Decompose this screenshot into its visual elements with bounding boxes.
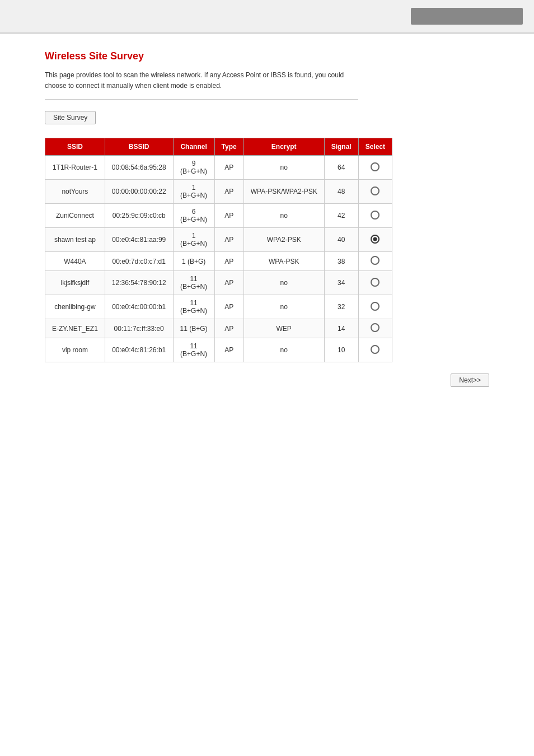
cell-encrypt: WEP xyxy=(243,319,324,338)
cell-signal: 48 xyxy=(324,180,358,204)
cell-signal: 32 xyxy=(324,295,358,319)
cell-type: AP xyxy=(214,156,243,180)
cell-ssid: chenlibing-gw xyxy=(45,295,105,319)
radio-unselected-icon xyxy=(371,302,380,311)
cell-type: AP xyxy=(214,204,243,228)
page-title: Wireless Site Survey xyxy=(45,50,489,62)
cell-ssid: lkjslfksjdlf xyxy=(45,271,105,295)
cell-type: AP xyxy=(214,180,243,204)
cell-signal: 34 xyxy=(324,271,358,295)
svg-point-5 xyxy=(371,256,379,264)
cell-encrypt: no xyxy=(243,204,324,228)
cell-type: AP xyxy=(214,319,243,338)
svg-point-7 xyxy=(371,302,379,310)
cell-select[interactable] xyxy=(358,319,392,338)
radio-unselected-icon xyxy=(371,345,380,354)
cell-select[interactable] xyxy=(358,271,392,295)
cell-signal: 42 xyxy=(324,204,358,228)
cell-type: AP xyxy=(214,338,243,362)
radio-unselected-icon xyxy=(371,323,380,332)
cell-type: AP xyxy=(214,252,243,271)
cell-bssid: 00:00:00:00:00:22 xyxy=(105,180,173,204)
table-body: 1T1R-Router-100:08:54:6a:95:289 (B+G+N)A… xyxy=(45,156,392,362)
network-table-container: SSID BSSID Channel Type Encrypt Signal S… xyxy=(45,138,489,387)
cell-channel: 6 (B+G+N) xyxy=(173,204,214,228)
svg-point-4 xyxy=(373,237,377,241)
cell-signal: 38 xyxy=(324,252,358,271)
radio-selected-icon xyxy=(371,235,380,244)
cell-ssid: ZuniConnect xyxy=(45,204,105,228)
cell-channel: 11 (B+G+N) xyxy=(173,338,214,362)
svg-point-2 xyxy=(371,211,379,219)
cell-bssid: 00:08:54:6a:95:28 xyxy=(105,156,173,180)
cell-ssid: E-ZY.NET_EZ1 xyxy=(45,319,105,338)
site-survey-button[interactable]: Site Survey xyxy=(45,111,96,124)
cell-encrypt: no xyxy=(243,295,324,319)
table-row: W440A00:e0:7d:c0:c7:d11 (B+G)APWPA-PSK38 xyxy=(45,252,392,271)
radio-unselected-icon xyxy=(371,186,380,195)
svg-point-6 xyxy=(371,278,379,286)
main-content: Wireless Site Survey This page provides … xyxy=(0,34,534,404)
cell-bssid: 00:e0:4c:81:aa:99 xyxy=(105,228,173,252)
table-row: 1T1R-Router-100:08:54:6a:95:289 (B+G+N)A… xyxy=(45,156,392,180)
cell-bssid: 00:11:7c:ff:33:e0 xyxy=(105,319,173,338)
radio-unselected-icon xyxy=(371,278,380,287)
cell-ssid: 1T1R-Router-1 xyxy=(45,156,105,180)
top-bar xyxy=(0,0,534,34)
col-select: Select xyxy=(358,138,392,156)
next-button[interactable]: Next>> xyxy=(451,374,489,387)
col-bssid: BSSID xyxy=(105,138,173,156)
cell-bssid: 00:e0:7d:c0:c7:d1 xyxy=(105,252,173,271)
cell-encrypt: WPA2-PSK xyxy=(243,228,324,252)
cell-signal: 40 xyxy=(324,228,358,252)
table-header: SSID BSSID Channel Type Encrypt Signal S… xyxy=(45,138,392,156)
top-bar-right-panel xyxy=(411,8,523,25)
cell-signal: 10 xyxy=(324,338,358,362)
cell-channel: 9 (B+G+N) xyxy=(173,156,214,180)
cell-encrypt: no xyxy=(243,338,324,362)
cell-select[interactable] xyxy=(358,156,392,180)
cell-type: AP xyxy=(214,295,243,319)
table-row: ZuniConnect00:25:9c:09:c0:cb6 (B+G+N)APn… xyxy=(45,204,392,228)
cell-select[interactable] xyxy=(358,252,392,271)
cell-select[interactable] xyxy=(358,295,392,319)
table-row: E-ZY.NET_EZ100:11:7c:ff:33:e011 (B+G)APW… xyxy=(45,319,392,338)
cell-ssid: notYours xyxy=(45,180,105,204)
cell-bssid: 12:36:54:78:90:12 xyxy=(105,271,173,295)
cell-select[interactable] xyxy=(358,228,392,252)
table-row: notYours00:00:00:00:00:221 (B+G+N)APWPA-… xyxy=(45,180,392,204)
cell-bssid: 00:e0:4c:00:00:b1 xyxy=(105,295,173,319)
cell-channel: 1 (B+G+N) xyxy=(173,228,214,252)
cell-ssid: W440A xyxy=(45,252,105,271)
cell-ssid: vip room xyxy=(45,338,105,362)
cell-channel: 11 (B+G+N) xyxy=(173,295,214,319)
col-type: Type xyxy=(214,138,243,156)
network-table: SSID BSSID Channel Type Encrypt Signal S… xyxy=(45,138,392,362)
cell-encrypt: no xyxy=(243,271,324,295)
table-row: chenlibing-gw00:e0:4c:00:00:b111 (B+G+N)… xyxy=(45,295,392,319)
svg-point-1 xyxy=(371,187,379,195)
radio-unselected-icon xyxy=(371,211,380,220)
col-signal: Signal xyxy=(324,138,358,156)
col-encrypt: Encrypt xyxy=(243,138,324,156)
page-description: This page provides tool to scan the wire… xyxy=(45,70,358,91)
svg-point-8 xyxy=(371,324,379,332)
table-row: shawn test ap00:e0:4c:81:aa:991 (B+G+N)A… xyxy=(45,228,392,252)
cell-channel: 1 (B+G+N) xyxy=(173,180,214,204)
cell-signal: 64 xyxy=(324,156,358,180)
cell-encrypt: WPA-PSK/WPA2-PSK xyxy=(243,180,324,204)
cell-ssid: shawn test ap xyxy=(45,228,105,252)
cell-select[interactable] xyxy=(358,204,392,228)
cell-select[interactable] xyxy=(358,338,392,362)
svg-point-9 xyxy=(371,346,379,353)
radio-unselected-icon xyxy=(371,162,380,171)
cell-type: AP xyxy=(214,271,243,295)
cell-bssid: 00:25:9c:09:c0:cb xyxy=(105,204,173,228)
cell-type: AP xyxy=(214,228,243,252)
table-row: vip room00:e0:4c:81:26:b111 (B+G+N)APno1… xyxy=(45,338,392,362)
cell-encrypt: no xyxy=(243,156,324,180)
col-ssid: SSID xyxy=(45,138,105,156)
cell-select[interactable] xyxy=(358,180,392,204)
cell-channel: 1 (B+G) xyxy=(173,252,214,271)
cell-signal: 14 xyxy=(324,319,358,338)
